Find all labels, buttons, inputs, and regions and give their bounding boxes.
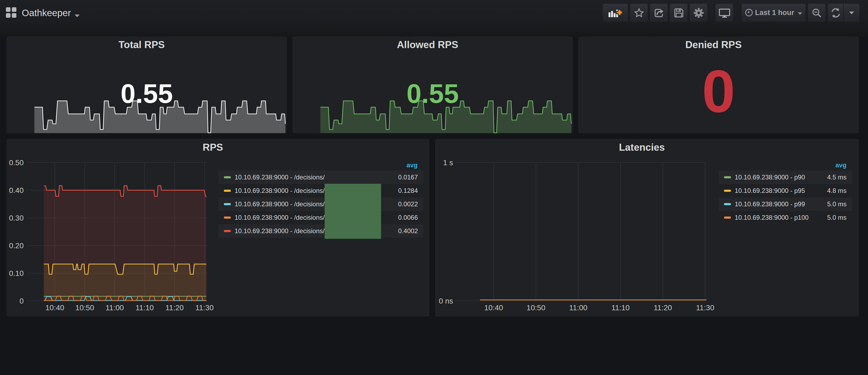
svg-text:11:30: 11:30 xyxy=(696,304,714,312)
svg-text:11:00: 11:00 xyxy=(105,304,124,312)
svg-text:0.40: 0.40 xyxy=(9,186,24,194)
svg-text:10:40: 10:40 xyxy=(45,304,64,312)
svg-text:0.10: 0.10 xyxy=(9,269,24,278)
svg-text:1 s: 1 s xyxy=(443,158,453,167)
svg-text:10:40: 10:40 xyxy=(484,304,503,312)
svg-text:0.50: 0.50 xyxy=(9,158,24,167)
svg-text:11:10: 11:10 xyxy=(611,304,630,312)
svg-text:11:20: 11:20 xyxy=(654,304,672,312)
svg-text:0 ns: 0 ns xyxy=(439,297,453,305)
svg-text:11:10: 11:10 xyxy=(135,304,154,312)
svg-text:10:50: 10:50 xyxy=(75,304,94,312)
svg-text:11:30: 11:30 xyxy=(195,304,214,312)
svg-text:0: 0 xyxy=(19,297,24,305)
svg-text:10:50: 10:50 xyxy=(526,304,545,312)
svg-text:11:00: 11:00 xyxy=(569,304,587,312)
svg-text:11:20: 11:20 xyxy=(165,304,184,312)
svg-text:0.20: 0.20 xyxy=(9,242,24,250)
svg-text:0.30: 0.30 xyxy=(9,214,24,222)
